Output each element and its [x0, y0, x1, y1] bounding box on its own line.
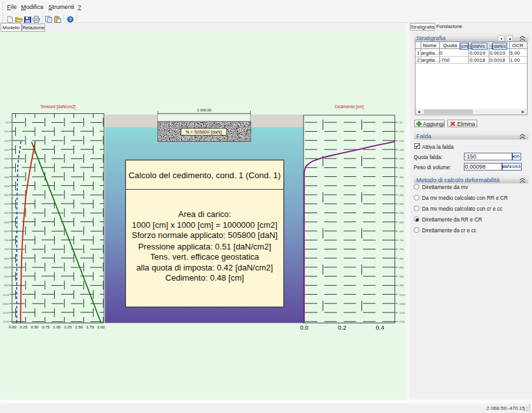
svg-text:2.00: 2.00 [97, 325, 106, 329]
svg-text:Area di carico:: Area di carico: [178, 209, 231, 219]
svg-text:Cedimento: 0.48 [cm]: Cedimento: 0.48 [cm] [165, 273, 244, 283]
svg-text:-950: -950 [398, 284, 404, 287]
svg-text:-400: -400 [3, 185, 9, 188]
svg-text:Tensioni [daN/cm2]: Tensioni [daN/cm2] [40, 104, 75, 109]
svg-text:-850: -850 [398, 266, 404, 269]
svg-text:N = 505800 [daN]: N = 505800 [daN] [186, 129, 222, 135]
svg-text:Pressione applicata: 0.51 [daN: Pressione applicata: 0.51 [daN/cm2] [138, 242, 271, 251]
svg-text:-1000: -1000 [398, 293, 405, 297]
svg-text:-150: -150 [398, 139, 404, 143]
svg-text:-900: -900 [3, 275, 9, 278]
svg-text:-550: -550 [398, 211, 404, 214]
svg-text:Sforzo normale applicato: 5058: Sforzo normale applicato: 505800 [daN] [132, 230, 277, 240]
svg-text:1.00: 1.00 [53, 325, 61, 329]
svg-text:0.50: 0.50 [31, 325, 39, 329]
svg-text:-750: -750 [3, 248, 9, 251]
svg-text:-900: -900 [398, 275, 404, 278]
svg-text:-600: -600 [3, 221, 9, 224]
svg-text:-700: -700 [3, 239, 9, 242]
svg-text:-450: -450 [3, 193, 9, 197]
svg-text:-1050: -1050 [398, 302, 405, 305]
svg-text:-1000: -1000 [2, 293, 9, 297]
svg-text:-200: -200 [3, 148, 9, 151]
svg-text:-1100: -1100 [2, 311, 9, 314]
svg-text:-400: -400 [398, 185, 404, 188]
svg-text:1.50: 1.50 [75, 325, 83, 329]
svg-text:1 000.00: 1 000.00 [197, 108, 212, 112]
svg-text:Calcolo del cedimento, cond. 1: Calcolo del cedimento, cond. 1 (Cond. 1) [129, 171, 281, 180]
svg-text:-600: -600 [398, 221, 404, 224]
svg-text:0.00: 0.00 [9, 325, 17, 329]
svg-text:-550: -550 [3, 211, 9, 214]
svg-text:1.25: 1.25 [64, 325, 73, 329]
svg-text:-950: -950 [3, 284, 9, 287]
svg-text:-1050: -1050 [2, 302, 9, 305]
svg-text:0.4: 0.4 [376, 324, 384, 331]
svg-text:-100: -100 [398, 130, 404, 133]
svg-text:-650: -650 [398, 230, 404, 233]
svg-text:-500: -500 [398, 202, 404, 206]
svg-text:0.0: 0.0 [300, 324, 308, 331]
svg-text:-850: -850 [3, 266, 9, 269]
svg-text:0.75: 0.75 [42, 325, 50, 329]
svg-text:alla quota di imposta: 0.42 [d: alla quota di imposta: 0.42 [daN/cm2] [136, 263, 273, 272]
svg-text:-750: -750 [398, 248, 404, 251]
svg-text:-700: -700 [398, 239, 404, 242]
svg-text:-200: -200 [398, 148, 404, 151]
svg-text:-1150: -1150 [2, 320, 9, 323]
svg-text:-450: -450 [398, 193, 404, 197]
svg-text:-500: -500 [3, 202, 9, 206]
svg-text:-250: -250 [398, 157, 404, 160]
svg-text:0.25: 0.25 [20, 325, 28, 329]
svg-text:-350: -350 [398, 176, 404, 179]
svg-text:-1150: -1150 [398, 320, 405, 323]
svg-text:-300: -300 [3, 166, 9, 169]
svg-text:-250: -250 [3, 157, 9, 160]
svg-text:1000 [cm] x 1000 [cm] = 100000: 1000 [cm] x 1000 [cm] = 1000000 [cm2] [132, 220, 277, 230]
svg-text:-350: -350 [3, 176, 9, 179]
svg-text:-300: -300 [398, 166, 404, 169]
svg-text:-650: -650 [3, 230, 9, 233]
svg-text:-150: -150 [3, 139, 9, 143]
svg-text:Cedimento [cm]: Cedimento [cm] [335, 104, 364, 109]
svg-text:-50: -50 [398, 121, 403, 124]
svg-text:0.2: 0.2 [338, 324, 346, 331]
svg-text:-100: -100 [3, 130, 9, 133]
svg-text:-800: -800 [398, 257, 404, 260]
svg-text:-50: -50 [5, 121, 10, 124]
svg-text:1.75: 1.75 [86, 325, 94, 329]
svg-text:-1100: -1100 [398, 311, 405, 314]
svg-text:Tens. vert. efficace geostatic: Tens. vert. efficace geostatica [150, 252, 260, 262]
svg-text:?: ? [69, 17, 71, 22]
svg-text:-800: -800 [3, 257, 9, 260]
